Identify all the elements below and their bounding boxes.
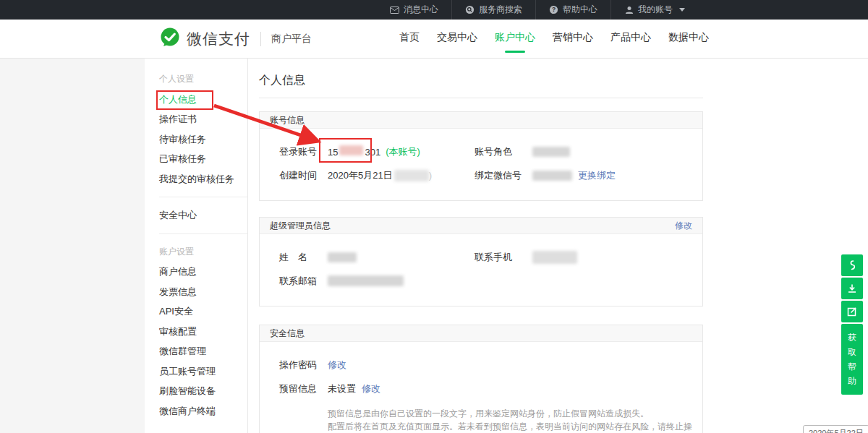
sidebar-item-wechat-group-management[interactable]: 微信群管理 [159,341,247,361]
reserved-info-row: 预留信息 未设置 修改 [260,377,702,400]
topbar-item-label: 服务商搜索 [479,4,522,16]
date-tooltip: 2020年5月22日 [803,425,868,433]
current-account-note: (本账号) [386,145,420,158]
tab-transaction-center[interactable]: 交易中心 [437,27,477,51]
redacted-login-middle [339,145,363,155]
help-char: 助 [841,374,863,388]
sidebar-item-staff-account-management[interactable]: 员工账号管理 [159,361,247,382]
section-title: 账号信息 [270,114,305,127]
operation-password-label: 操作密码 [279,359,328,372]
service-button[interactable] [841,254,863,276]
floating-help-stack: 获 取 帮 助 [841,254,863,395]
edit-admin-link[interactable]: 修改 [675,220,692,232]
description-line: 预留信息是由你自己设置的一段文字，用来鉴定网站身份，防止假冒网站造成损失。 [328,407,702,420]
section-title: 超级管理员信息 [270,220,331,232]
get-help-button[interactable]: 获 取 帮 助 [841,324,863,395]
brand-divider [260,32,261,46]
help-char: 获 [841,330,863,345]
redacted-admin-name [328,252,357,262]
chevron-down-icon [679,8,685,12]
security-info-section-header: 安全信息 [260,325,702,342]
sidebar-group-account-settings: 账户设置 [159,242,247,262]
reserved-info-description: 预留信息是由你自己设置的一段文字，用来鉴定网站身份，防止假冒网站造成损失。 配置… [260,407,702,433]
account-info-section-header: 账号信息 [260,112,702,129]
sidebar-divider [159,233,247,234]
main-nav: 首页 交易中心 账户中心 营销中心 产品中心 数据中心 [399,27,709,51]
login-account-label: 登录账号 [279,145,328,158]
help-char: 取 [841,345,863,359]
contact-phone-label: 联系手机 [475,251,532,264]
sidebar-item-reviewed-tasks[interactable]: 已审核任务 [159,149,247,169]
tab-product-center[interactable]: 产品中心 [610,27,651,51]
reserved-info-value: 未设置 [328,382,356,395]
feedback-button[interactable] [841,301,863,322]
tab-home[interactable]: 首页 [399,27,420,51]
contact-email-label: 联系邮箱 [279,275,328,288]
page: 消息中心 服务商搜索 ? 帮助中心 我的账号 [0,0,868,433]
bound-wechat-label: 绑定微信号 [475,169,532,182]
topbar-item-message-center[interactable]: 消息中心 [377,0,451,20]
sidebar-item-invoice-info[interactable]: 发票信息 [159,282,247,302]
brand-name: 微信支付 [187,29,250,49]
topbar: 消息中心 服务商搜索 ? 帮助中心 我的账号 [0,0,868,20]
reserved-info-label: 预留信息 [279,382,328,395]
super-admin-section-header: 超级管理员信息 修改 [260,218,702,234]
search-icon [465,5,475,14]
admin-name-row: 姓 名 联系手机 [260,245,702,269]
sidebar-item-personal-info[interactable]: 个人信息 [159,90,247,110]
redacted-bound-wechat [532,171,572,181]
sidebar-item-pending-review-tasks[interactable]: 待审核任务 [159,129,247,150]
redacted-contact-phone [532,251,577,264]
sidebar-item-wechat-merchant-terminal[interactable]: 微信商户终端 [159,401,247,421]
section-title: 安全信息 [270,327,305,340]
redacted-account-role [532,147,570,157]
topbar-item-help-center[interactable]: ? 帮助中心 [535,0,610,20]
svg-text:?: ? [552,6,556,13]
super-admin-body: 姓 名 联系手机 联系邮箱 [260,234,702,306]
sidebar-divider [159,197,247,197]
topbar-item-my-account[interactable]: 我的账号 [610,0,698,20]
sidebar-item-security-center[interactable]: 安全中心 [159,205,247,226]
brand[interactable]: 微信支付 商户平台 [159,27,312,51]
help-char: 帮 [841,359,863,374]
sidebar-group-personal-settings: 个人设置 [159,69,247,90]
redacted-created-time [394,170,429,181]
account-info-section: 账号信息 登录账号 15301 (本账号) 账号角色 [259,111,703,201]
created-time-tail: ) [429,170,432,181]
created-time-label: 创建时间 [279,169,328,182]
sidebar-item-my-submitted-review-tasks[interactable]: 我提交的审核任务 [159,169,247,189]
tab-data-center[interactable]: 数据中心 [668,27,709,51]
sidebar-item-api-security[interactable]: API安全 [159,301,247,322]
login-account-value: 15301 [328,145,380,158]
edit-password-link[interactable]: 修改 [328,359,346,372]
admin-email-row: 联系邮箱 [260,269,702,293]
edit-reserved-info-link[interactable]: 修改 [362,382,380,395]
download-icon [847,283,857,293]
security-info-section: 安全信息 操作密码 修改 预留信息 未设置 修改 [259,325,703,433]
help-icon: ? [549,5,558,14]
main-content: 个人信息 账号信息 登录账号 15301 (本账号) 账号角色 [248,59,868,433]
header: 微信支付 商户平台 首页 交易中心 账户中心 营销中心 产品中心 数据中心 [0,20,868,59]
created-time-value: 2020年5月21日 [328,169,393,182]
sidebar-item-face-recognition-devices[interactable]: 刷脸智能设备 [159,381,247,401]
tab-account-center[interactable]: 账户中心 [495,27,535,51]
service-icon [847,260,857,271]
login-account-row: 登录账号 15301 (本账号) 账号角色 [260,140,702,163]
account-role-label: 账号角色 [475,145,532,158]
security-info-body: 操作密码 修改 预留信息 未设置 修改 预留信息是由你自己设置的一段文字，用来鉴… [260,342,702,433]
sidebar: 个人设置 个人信息 操作证书 待审核任务 已审核任务 我提交的审核任务 安全中心… [145,59,248,433]
sidebar-item-operation-certificate[interactable]: 操作证书 [159,109,247,129]
portal-name: 商户平台 [271,33,312,46]
account-info-body: 登录账号 15301 (本账号) 账号角色 创建时间 2020年5月21日 [260,129,702,200]
tab-marketing-center[interactable]: 营销中心 [553,27,593,51]
created-time-row: 创建时间 2020年5月21日 ) 绑定微信号 更换绑定 [260,163,702,187]
user-icon [624,5,634,14]
download-button[interactable] [841,278,863,299]
left-rail [0,59,145,433]
change-binding-link[interactable]: 更换绑定 [578,169,616,182]
topbar-item-service-search[interactable]: 服务商搜索 [451,0,535,20]
wechat-pay-logo-icon [159,27,181,51]
sidebar-item-merchant-info[interactable]: 商户信息 [159,262,247,282]
sidebar-item-review-config[interactable]: 审核配置 [159,322,247,342]
admin-name-label: 姓 名 [279,251,328,264]
